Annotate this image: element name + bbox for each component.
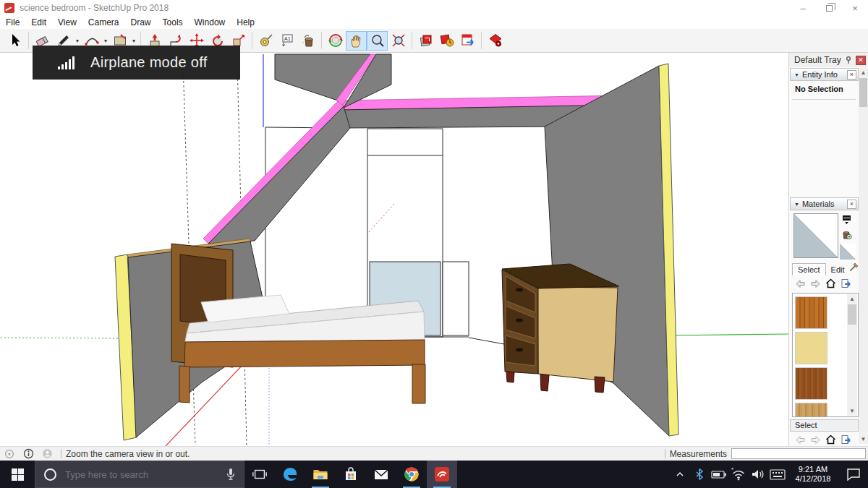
tool-share-model[interactable] — [436, 31, 457, 51]
tool-zoom-extents[interactable] — [388, 31, 409, 51]
pin-icon[interactable] — [845, 56, 854, 64]
materials-scrollbar[interactable]: ▲ ▼ — [847, 294, 857, 416]
text-tool-label: A1 — [284, 36, 291, 41]
tray-scrollbar[interactable]: ▲ ▼ — [859, 68, 868, 444]
taskbar-sketchup[interactable] — [427, 461, 457, 488]
material-swatch-wood-light[interactable] — [795, 403, 827, 417]
extension-warehouse-icon — [488, 33, 503, 48]
material-swatch-wood-cherry[interactable] — [795, 296, 827, 329]
taskbar-clock[interactable]: 9:21 AM 4/12/2018 — [790, 465, 836, 484]
tool-orbit[interactable] — [325, 31, 346, 51]
measurements-input[interactable] — [731, 448, 866, 459]
microphone-icon[interactable] — [225, 467, 237, 481]
create-material-button[interactable] — [840, 228, 853, 241]
back-arrow-icon[interactable] — [795, 279, 806, 288]
close-button[interactable]: × — [842, 0, 868, 16]
active-material-swatch — [840, 244, 856, 260]
tool-share-component[interactable] — [457, 31, 478, 51]
home-icon[interactable] — [825, 278, 836, 288]
menu-view[interactable]: View — [52, 17, 82, 28]
task-view-button[interactable] — [244, 461, 275, 488]
zoom-extents-icon — [391, 33, 407, 48]
details-icon[interactable] — [841, 278, 851, 288]
volume-button[interactable] — [748, 461, 767, 488]
sloped-rafter[interactable] — [203, 101, 350, 244]
arc-dropdown-icon[interactable]: ▾ — [102, 38, 109, 44]
entity-info-header[interactable]: ▼ Entity Info × — [790, 68, 859, 81]
geolocation-button[interactable] — [0, 449, 19, 459]
taskbar-file-explorer[interactable] — [305, 461, 336, 488]
tool-tape-measure[interactable] — [255, 31, 276, 51]
material-swatch-wood-yellow[interactable] — [795, 332, 827, 364]
menu-camera[interactable]: Camera — [82, 17, 125, 28]
taskbar: * 9:21 AM 4/12/2018 — [0, 461, 868, 488]
menu-file[interactable]: File — [0, 17, 25, 28]
scroll-down-icon[interactable]: ▼ — [859, 435, 868, 444]
details-icon[interactable] — [841, 435, 851, 445]
menu-draw[interactable]: Draw — [125, 17, 157, 28]
menu-tools[interactable]: Tools — [157, 17, 189, 28]
materials-header[interactable]: ▼ Materials × — [790, 197, 859, 210]
secondary-pane-label: Select — [790, 419, 859, 432]
scroll-down-icon[interactable]: ▼ — [847, 406, 857, 416]
material-swatch-wood-mahogany[interactable] — [795, 367, 827, 400]
tab-select[interactable]: Select — [792, 263, 826, 275]
taskbar-edge[interactable] — [275, 461, 305, 488]
search-input[interactable] — [64, 468, 225, 481]
model-viewport[interactable] — [0, 53, 788, 446]
tray-expand-button[interactable] — [670, 461, 689, 488]
credits-button[interactable] — [19, 448, 38, 459]
tool-select[interactable] — [4, 31, 25, 51]
menu-window[interactable]: Window — [189, 17, 231, 28]
line-dropdown-icon[interactable]: ▾ — [74, 38, 81, 44]
tool-3d-warehouse[interactable] — [415, 31, 436, 51]
tool-pan[interactable] — [346, 31, 367, 51]
tool-zoom[interactable] — [367, 31, 388, 51]
tab-edit[interactable]: Edit — [826, 264, 850, 275]
taskbar-search[interactable] — [35, 461, 244, 488]
taskbar-chrome[interactable] — [396, 461, 427, 488]
materials-tabs: Select Edit — [792, 262, 850, 275]
secondary-pane-button[interactable] — [840, 213, 853, 226]
axis-green-dotted — [1, 338, 120, 338]
material-preview-swatch — [793, 213, 838, 258]
battery-icon — [711, 469, 727, 479]
dresser[interactable] — [502, 264, 619, 393]
minimize-button[interactable]: – — [790, 0, 816, 16]
menu-help[interactable]: Help — [231, 17, 260, 28]
tool-paint-bucket[interactable] — [297, 31, 318, 51]
battery-button[interactable] — [709, 461, 728, 488]
tool-extension-warehouse[interactable] — [485, 31, 506, 51]
restore-button[interactable] — [816, 0, 842, 16]
menu-edit[interactable]: Edit — [25, 17, 52, 28]
taskbar-store[interactable] — [336, 461, 366, 488]
home-icon[interactable] — [825, 435, 836, 445]
text-icon: A1 — [279, 33, 295, 48]
default-tray: Default Tray ✕ ▼ Entity Info × No Select… — [788, 53, 868, 446]
scroll-thumb[interactable] — [859, 78, 867, 107]
sign-in-button[interactable] — [38, 448, 56, 459]
materials-close-button[interactable]: × — [847, 200, 856, 209]
touch-keyboard-button[interactable] — [767, 461, 787, 488]
bluetooth-button[interactable] — [689, 461, 709, 488]
back-arrow-icon[interactable] — [795, 435, 806, 445]
scroll-up-icon[interactable]: ▲ — [847, 294, 857, 304]
shapes-dropdown-icon[interactable]: ▾ — [130, 38, 137, 44]
sketchup-logo-icon — [4, 3, 14, 13]
forward-arrow-icon[interactable] — [810, 279, 821, 288]
system-tray: * 9:21 AM 4/12/2018 — [670, 461, 868, 488]
entity-info-close-button[interactable]: × — [847, 70, 856, 80]
start-button[interactable] — [0, 461, 35, 488]
divider — [792, 99, 856, 100]
entity-info-title: Entity Info — [802, 70, 838, 79]
signal-bars-icon — [56, 53, 75, 72]
scroll-thumb[interactable] — [848, 304, 856, 325]
dresser-foot-2 — [540, 374, 549, 391]
scroll-up-icon[interactable]: ▲ — [859, 68, 868, 77]
forward-arrow-icon[interactable] — [810, 435, 821, 445]
wifi-button[interactable]: * — [728, 461, 748, 488]
taskbar-mail[interactable] — [366, 461, 396, 488]
tool-text[interactable]: A1 — [276, 31, 297, 51]
tray-close-button[interactable]: ✕ — [856, 56, 866, 65]
action-center-button[interactable] — [839, 461, 868, 488]
